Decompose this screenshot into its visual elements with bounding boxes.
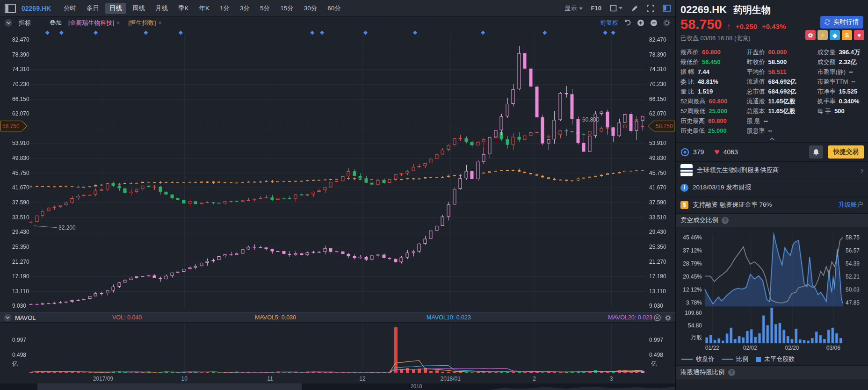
date-tick: 10 <box>181 376 188 382</box>
margin-dollar-icon: $ <box>680 201 688 209</box>
price-change: +0.250 <box>736 22 757 30</box>
overlay-button[interactable]: 叠加 <box>50 19 62 27</box>
stat-value: 60.000 <box>768 49 787 56</box>
legend-label: 比例 <box>736 355 748 363</box>
dollar-icon[interactable]: S <box>842 30 852 40</box>
mavol-value: MAVOL20: 0.023 <box>608 314 652 321</box>
stat-label: 52周最高 <box>680 97 705 106</box>
stats-column: 最高价60.800最低价56.450振 幅7.44委 比48.81%量 比1.5… <box>680 47 742 136</box>
scrollbar-window[interactable] <box>37 383 302 390</box>
stat-label: 平均价 <box>746 68 765 76</box>
tab-分时[interactable]: 分时 <box>59 3 80 14</box>
stats-column: 开盘价60.000昨收价58.500平均价58.511流通值684.692亿总市… <box>746 47 812 136</box>
price-change-pct: +0.43% <box>762 22 786 30</box>
gear-icon[interactable] <box>663 19 671 27</box>
upgrade-account-link[interactable]: 升级账户 <box>838 201 863 209</box>
mavol-title[interactable]: MAVOL <box>15 314 36 321</box>
legend-swatch-line <box>681 359 693 360</box>
toolbar-right-controls: 显示 F10 <box>565 4 671 13</box>
hk-connect-title: 港股通持股比例 <box>680 368 725 376</box>
tab-季K[interactable]: 季K <box>174 3 193 14</box>
collapse-indicator-icon[interactable] <box>5 19 12 27</box>
tab-15分[interactable]: 15分 <box>276 3 298 14</box>
tab-月线[interactable]: 月线 <box>151 3 172 14</box>
toolbar-symbol[interactable]: 02269.HK <box>22 5 51 12</box>
overlay-tag[interactable]: [金斯瑞生物科技]× <box>68 19 120 27</box>
stat-row: 委 比48.81% <box>680 77 742 87</box>
stat-value: 1.519 <box>698 88 713 95</box>
stat-row: 换手率0.340% <box>817 96 865 106</box>
favorites-heart-icon[interactable]: ♥ <box>714 147 719 157</box>
help-icon[interactable]: ? <box>722 217 729 224</box>
quote-header: 02269.HK 药明生物 58.750 ↑ +0.250 +0.43% 实时行… <box>676 0 868 44</box>
lightning-icon[interactable]: ⚡ <box>817 30 828 40</box>
chevron-down-icon <box>579 7 583 10</box>
chart-toolbar: 02269.HK 分时多日日线周线月线季K年K1分3分5分15分30分60分 显… <box>0 0 675 17</box>
stat-label: 开盘价 <box>746 48 765 57</box>
tab-年K[interactable]: 年K <box>195 3 214 14</box>
stat-value: 58.500 <box>768 58 787 65</box>
heart-icon[interactable]: ♥ <box>854 30 864 40</box>
tab-1分[interactable]: 1分 <box>216 3 234 14</box>
short-selling-chart-canvas[interactable] <box>676 227 868 353</box>
main-chart-canvas[interactable] <box>0 29 675 312</box>
quick-trade-button[interactable]: 快捷交易 <box>828 145 864 159</box>
chart-area: 02269.HK 分时多日日线周线月线季K年K1分3分5分15分30分60分 显… <box>0 0 675 390</box>
gear-icon[interactable] <box>665 314 672 321</box>
stat-value: 684.692亿 <box>768 87 796 96</box>
stat-label: 委 比 <box>680 78 694 86</box>
close-icon[interactable]: × <box>158 20 161 26</box>
window-layout-icon[interactable] <box>5 4 16 13</box>
stat-row: 最低价56.450 <box>680 57 742 67</box>
margin-note: 支持融资 融资保证金率 76% <box>693 201 772 209</box>
indicator-right-controls: 前复权 <box>600 19 671 27</box>
collapse-mavol-icon[interactable] <box>4 314 11 321</box>
stats-grid: 最高价60.800最低价56.450振 幅7.44委 比48.81%量 比1.5… <box>676 44 868 136</box>
tab-5分[interactable]: 5分 <box>256 3 274 14</box>
stat-value: 2.32亿 <box>839 58 857 66</box>
company-row[interactable]: 全球领先生物制剂服务供应商 › <box>676 162 868 179</box>
alert-bell-button[interactable] <box>809 145 823 159</box>
legend-label: 收盘价 <box>696 355 714 363</box>
zoom-out-icon[interactable] <box>650 19 658 27</box>
tag-icon[interactable]: ◈ <box>830 30 840 40</box>
undo-icon[interactable] <box>624 19 631 27</box>
tab-3分[interactable]: 3分 <box>236 3 254 14</box>
realtime-quote-button[interactable]: 实时行情 <box>820 16 863 29</box>
stat-value: 58.511 <box>768 68 786 75</box>
overlay-tag[interactable]: [恒生指数]× <box>128 19 161 27</box>
tab-60分[interactable]: 60分 <box>323 3 345 14</box>
volume-chart-canvas[interactable] <box>0 323 675 375</box>
tab-周线[interactable]: 周线 <box>128 3 149 14</box>
stat-row: 平均价58.511 <box>746 67 812 77</box>
tab-30分[interactable]: 30分 <box>300 3 322 14</box>
flower-icon[interactable]: ✿ <box>805 30 816 40</box>
stat-label: 市净率 <box>817 87 836 96</box>
date-tick: 2017/09 <box>93 376 113 382</box>
earnings-row[interactable]: i 2018/03/19 发布财报 <box>676 179 868 196</box>
close-indicator-icon[interactable] <box>654 314 661 321</box>
zoom-in-icon[interactable] <box>637 19 644 27</box>
panel-layout-icon[interactable] <box>663 5 671 12</box>
fullscreen-icon[interactable] <box>647 5 654 12</box>
date-tick: 12 <box>359 376 365 382</box>
timeline-scrollbar[interactable]: 2018 <box>0 383 675 390</box>
stat-row: 振 幅7.44 <box>680 67 742 77</box>
close-icon[interactable]: × <box>116 20 120 26</box>
draw-pen-icon[interactable] <box>631 5 638 12</box>
date-tick: 2 <box>533 376 536 382</box>
collapse-stats-button[interactable] <box>676 136 868 142</box>
help-icon[interactable]: ? <box>728 369 735 376</box>
adjust-mode-button[interactable]: 前复权 <box>600 19 618 27</box>
stat-row: 总市值684.692亿 <box>746 87 812 96</box>
f10-button[interactable]: F10 <box>591 5 601 12</box>
indicator-label[interactable]: 指标 <box>19 19 31 27</box>
stat-row: 52周最低25.000 <box>680 106 742 116</box>
tab-多日[interactable]: 多日 <box>82 3 103 14</box>
stat-label: 最高价 <box>680 48 699 57</box>
chart-style-dropdown[interactable] <box>610 5 622 12</box>
tab-日线[interactable]: 日线 <box>105 3 126 14</box>
stat-label: 量 比 <box>680 87 694 96</box>
app-window: 02269.HK 分时多日日线周线月线季K年K1分3分5分15分30分60分 显… <box>0 0 868 390</box>
display-dropdown[interactable]: 显示 <box>565 4 583 13</box>
